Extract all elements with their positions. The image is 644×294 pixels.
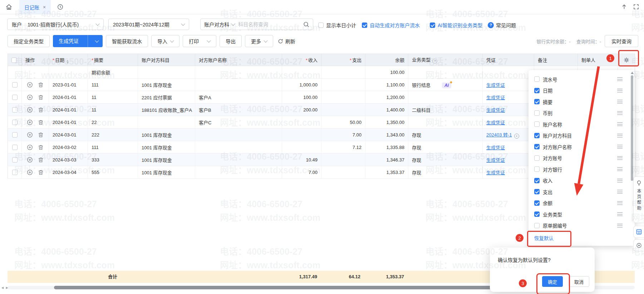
hscroll-arrows[interactable]: ◀ ▶ xyxy=(1,286,9,289)
home-icon[interactable] xyxy=(6,4,12,10)
add-row-icon[interactable] xyxy=(27,120,33,125)
column-checkbox[interactable] xyxy=(534,178,540,183)
column-menu-item[interactable]: 余额 xyxy=(529,198,635,209)
row-checkbox[interactable] xyxy=(12,132,18,138)
column-checkbox[interactable] xyxy=(534,133,540,138)
remove-voucher-icon[interactable]: × xyxy=(514,134,519,139)
drag-handle-icon[interactable] xyxy=(617,201,623,205)
row-checkbox[interactable] xyxy=(12,82,18,88)
checkbox-icon[interactable] xyxy=(362,23,367,28)
scroll-top-icon[interactable] xyxy=(621,4,627,10)
subject-search-input[interactable] xyxy=(237,21,300,28)
checkbox-icon[interactable] xyxy=(430,23,435,28)
fullscreen-icon[interactable] xyxy=(633,4,639,10)
column-checkbox[interactable] xyxy=(534,211,540,217)
drag-handle-icon[interactable] xyxy=(617,167,623,171)
column-menu-item[interactable]: 原单据编号 xyxy=(529,220,635,231)
generate-voucher-link[interactable]: 生成凭证 xyxy=(486,108,505,113)
drag-handle-icon[interactable] xyxy=(617,134,623,138)
smart-fetch-button[interactable]: 智能获取流水 xyxy=(106,35,148,47)
delete-row-icon[interactable] xyxy=(38,145,43,150)
history-clock-icon[interactable] xyxy=(57,4,63,10)
checkbox-icon[interactable] xyxy=(318,23,324,28)
select-all-checkbox[interactable] xyxy=(11,58,17,63)
row-checkbox[interactable] xyxy=(12,120,18,125)
confirm-cancel-button[interactable]: 取消 xyxy=(569,276,589,287)
page-help-tab[interactable]: 本页帮助 xyxy=(633,176,644,223)
drag-handle-icon[interactable] xyxy=(617,100,623,104)
tab-close-icon[interactable]: × xyxy=(43,4,46,10)
subject-type-select[interactable]: 账户对方科 xyxy=(204,21,235,28)
drag-handle-icon[interactable] xyxy=(617,111,623,115)
row-checkbox[interactable] xyxy=(12,157,18,163)
generate-voucher-link[interactable]: 生成凭证 xyxy=(486,95,505,100)
drag-handle-icon[interactable] xyxy=(617,145,623,149)
add-row-icon[interactable] xyxy=(27,82,33,88)
checkbox-daily-subtotal[interactable]: 显示本日小计 xyxy=(318,21,356,29)
column-checkbox[interactable] xyxy=(534,99,540,104)
column-menu-item[interactable]: 币别 xyxy=(529,108,635,119)
restore-default-link[interactable]: 恢复默认 xyxy=(529,231,635,245)
delete-row-icon[interactable] xyxy=(38,157,43,163)
column-menu-item[interactable]: 日期 xyxy=(529,85,635,96)
panel-scrollbar-thumb[interactable] xyxy=(631,75,633,181)
column-menu-item[interactable]: 支出 xyxy=(529,186,635,198)
column-checkbox[interactable] xyxy=(534,88,540,93)
generate-voucher-link[interactable]: 生成凭证 xyxy=(486,158,505,163)
delete-row-icon[interactable] xyxy=(38,132,43,138)
column-menu-item[interactable]: 账户对方科目 xyxy=(529,130,635,141)
column-menu-item[interactable]: 流水号 xyxy=(529,74,635,85)
add-row-icon[interactable] xyxy=(27,132,33,138)
generate-voucher-link[interactable]: 生成凭证 xyxy=(486,145,505,150)
calculator-icon[interactable] xyxy=(633,226,644,238)
scroll-up-icon[interactable] xyxy=(631,72,634,74)
add-row-icon[interactable] xyxy=(27,107,33,113)
add-row-icon[interactable] xyxy=(27,170,33,175)
delete-row-icon[interactable] xyxy=(38,120,43,125)
delete-row-icon[interactable] xyxy=(38,170,43,175)
checkbox-ai-type[interactable]: AI智能识别业务类型 xyxy=(430,21,482,29)
column-checkbox[interactable] xyxy=(534,121,540,127)
delete-row-icon[interactable] xyxy=(38,95,43,100)
confirm-ok-button[interactable]: 确定 xyxy=(542,276,563,287)
voucher-number-link[interactable]: 202403 转-1 xyxy=(486,132,512,138)
drag-handle-icon[interactable] xyxy=(617,156,623,160)
target-circle-icon[interactable] xyxy=(633,239,644,251)
print-button[interactable]: 打印 xyxy=(183,35,216,47)
header-date[interactable]: *日期 xyxy=(49,54,88,66)
column-menu-item[interactable]: 摘要 xyxy=(529,96,635,108)
generate-voucher-link[interactable]: 生成凭证 xyxy=(486,83,505,88)
column-checkbox[interactable] xyxy=(534,144,540,149)
column-checkbox[interactable] xyxy=(534,223,540,228)
drag-handle-icon[interactable] xyxy=(617,190,623,194)
column-checkbox[interactable] xyxy=(534,155,540,161)
column-menu-item[interactable]: 对方银行 xyxy=(529,164,635,175)
column-checkbox[interactable] xyxy=(534,166,540,172)
account-select[interactable]: 账户 1001-招商银行(人民币) xyxy=(7,19,104,30)
delete-row-icon[interactable] xyxy=(38,82,43,88)
drag-handle-icon[interactable] xyxy=(617,179,623,183)
generate-voucher-link[interactable]: 生成凭证 xyxy=(486,170,505,175)
add-row-icon[interactable] xyxy=(27,95,33,100)
checkbox-auto-flow[interactable]: 自动生成对方账户流水 xyxy=(362,21,420,29)
row-checkbox[interactable] xyxy=(12,145,18,150)
import-button[interactable]: 导入 xyxy=(151,35,180,47)
add-row-icon[interactable] xyxy=(27,157,33,163)
assign-biz-type-button[interactable]: 指定业务类型 xyxy=(8,35,50,47)
help-question-icon[interactable]: ? xyxy=(432,59,437,64)
row-checkbox[interactable] xyxy=(12,95,18,100)
tab-journal[interactable]: 日记账 × xyxy=(19,0,51,14)
export-button[interactable]: 导出 xyxy=(220,35,242,47)
column-menu-item[interactable]: 账户名称 xyxy=(529,119,635,130)
faq-link[interactable]: ? 常见问题 xyxy=(488,21,516,29)
search-icon[interactable] xyxy=(303,21,309,28)
refresh-button[interactable]: 刷新 xyxy=(276,35,297,47)
column-menu-item[interactable]: 对方账号 xyxy=(529,153,635,164)
generate-voucher-button[interactable]: 生成凭证 xyxy=(53,35,103,47)
column-menu-item[interactable]: 对方账户名称 xyxy=(529,141,635,153)
column-checkbox[interactable] xyxy=(534,189,540,194)
add-row-icon[interactable] xyxy=(27,145,33,150)
drag-handle-icon[interactable] xyxy=(617,224,623,228)
generate-voucher-link[interactable]: 生成凭证 xyxy=(486,120,505,125)
column-checkbox[interactable] xyxy=(534,76,540,82)
